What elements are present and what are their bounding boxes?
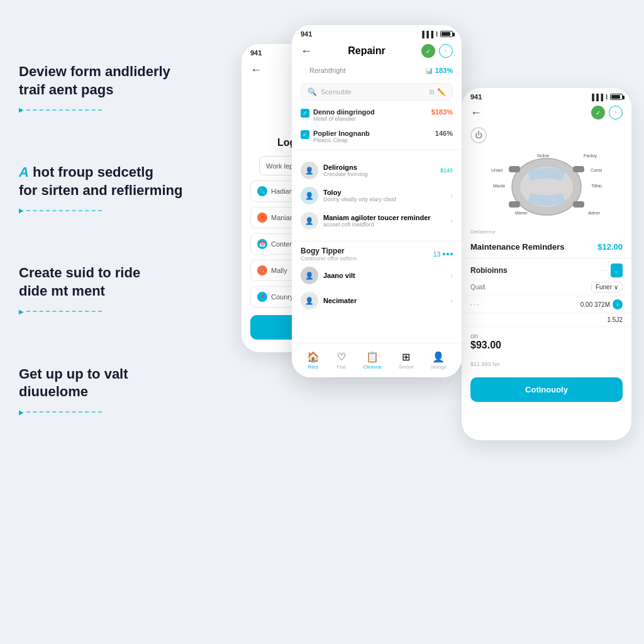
qualt-value: Funer xyxy=(596,284,612,291)
car-svg xyxy=(490,152,603,221)
message-avatar-2: 👤 xyxy=(301,187,318,204)
car-top-view-container: Nclive Factoy Unian Consl Tithio Adnor M… xyxy=(490,152,603,221)
feature-2-dashes xyxy=(19,207,233,214)
left-panel: Deview form andliderly traif aent pags A… xyxy=(19,63,233,466)
feature-4-title: Get up up to valt diuuelome xyxy=(19,365,233,401)
repair-icons: ✓ ↑ xyxy=(421,44,453,58)
detail-row-2: 1.5J2 xyxy=(462,313,631,327)
nav-home-label: Rect xyxy=(308,364,318,370)
divider-2 xyxy=(292,241,462,242)
continue-button[interactable]: Cotinouoly xyxy=(470,377,623,402)
dots-menu[interactable] xyxy=(443,253,453,255)
list-icon: 📋 xyxy=(366,351,379,363)
nav-clinical[interactable]: 📋 Clinioral xyxy=(363,351,381,370)
phone-middle-status: 941 ▐▐▐ ⌇ xyxy=(292,25,462,40)
search-actions: ⊞ ✏️ xyxy=(429,88,446,96)
divider-1 xyxy=(292,150,462,150)
field-icon-4: 🔧 xyxy=(257,265,267,275)
feature-2: A hot froup sedcetlg for sirten and refl… xyxy=(19,164,233,214)
total-sub-row: $11.993 No xyxy=(462,356,631,372)
bottom-avatar-1: 👤 xyxy=(301,267,318,284)
message-content-2: Toloy Donny vleally orty elary clisid xyxy=(323,189,445,203)
checkbox-2[interactable]: ✓ xyxy=(301,130,309,139)
phone-right: 941 ▐▐▐ ⌇ ← ✓ ↑ ⏻ xyxy=(462,88,631,440)
check-price-1: $183% xyxy=(431,108,453,116)
search-icon: 🔍 xyxy=(308,87,317,96)
repair-header: ← Repainr ✓ ↑ xyxy=(292,40,462,62)
check-title-1: Denno diingringod xyxy=(313,108,428,116)
message-text-2: Donny vleally orty elary clisid xyxy=(323,196,445,203)
stat-row: Rerahtfright 📊 183% xyxy=(292,62,462,79)
nav-frat-label: Frat xyxy=(337,364,346,370)
message-name-2: Toloy xyxy=(323,189,445,196)
field-icon-5: 📍 xyxy=(257,292,267,302)
detail-row-mileage: · · · 0.00 372M i xyxy=(462,296,631,313)
action-circle-r[interactable]: ↑ xyxy=(609,106,623,119)
total-row: on $93.00 xyxy=(462,327,631,356)
bottom-content-2: Necimater xyxy=(323,297,445,304)
repair-title: Repainr xyxy=(348,45,386,57)
field-icon-1: 🔧 xyxy=(257,186,267,196)
nav-frat[interactable]: ♡ Frat xyxy=(337,351,346,370)
power-icon[interactable]: ⏻ xyxy=(470,127,487,143)
message-avatar-3: 👤 xyxy=(301,212,318,230)
phone-middle-status-icons: ▐▐▐ ⌇ xyxy=(420,31,453,38)
phone-left-time: 941 xyxy=(250,49,262,57)
car-label-consl: Consl xyxy=(591,168,602,172)
filter-icon[interactable]: ⊞ xyxy=(429,88,435,96)
phone-right-time: 941 xyxy=(470,93,482,101)
check-price-2: 146% xyxy=(435,130,453,137)
message-content-3: Maniam agiloter toucer reminder acoset c… xyxy=(323,214,445,228)
feature-4: Get up up to valt diuuelome xyxy=(19,365,233,416)
dropdown-arrow: ∨ xyxy=(614,284,618,291)
battery-icon-r xyxy=(610,94,623,100)
phone-right-nav: ← ✓ ↑ xyxy=(462,103,631,125)
green-check-icon: ✓ xyxy=(421,44,435,58)
user-icon: 👤 xyxy=(432,351,445,363)
qualt-dropdown[interactable]: Funer ∨ xyxy=(591,282,623,292)
wifi-icon-m: ⌇ xyxy=(435,31,438,38)
message-name-3: Maniam agiloter toucer reminder xyxy=(323,214,445,221)
message-avatar-1: 👤 xyxy=(301,162,318,179)
check-item-1: ✓ Denno diingringod Melef of elansiler $… xyxy=(292,104,462,126)
header-dots-label: · · · xyxy=(601,267,609,274)
edit-icon[interactable]: ✏️ xyxy=(437,88,446,96)
maintenance-row: Maintenance Reminders $12.00 xyxy=(462,238,631,255)
back-arrow-m[interactable]: ← xyxy=(301,45,312,58)
car-label-maner: Maner xyxy=(515,211,528,215)
check-item-2: ✓ Poplier Inognanb Pleacic Cleap 146% xyxy=(292,126,462,147)
check-title-2: Poplier Inognanb xyxy=(313,130,431,137)
message-item-1[interactable]: 👤 Deliroigns Crenilate fonrving $145 xyxy=(292,158,462,183)
wifi-icon-r: ⌇ xyxy=(605,94,608,101)
svg-rect-10 xyxy=(573,201,584,208)
message-item-3[interactable]: 👤 Maniam agiloter toucer reminder acoset… xyxy=(292,208,462,233)
stat-icon: 📊 xyxy=(425,67,433,74)
nav-home[interactable]: 🏠 Rect xyxy=(307,351,319,370)
grid-icon: ⊞ xyxy=(402,351,410,363)
robioinns-title: Robioinns xyxy=(470,266,508,275)
car-diagram: Nclive Factoy Unian Consl Tithio Adnor M… xyxy=(462,146,631,228)
nav-smart[interactable]: ⊞ Smont xyxy=(399,351,413,370)
car-label-factoy: Factoy xyxy=(584,153,597,158)
back-arrow-r[interactable]: ← xyxy=(470,106,482,119)
car-label-tithio: Tithio xyxy=(591,184,602,188)
nav-storage[interactable]: 👤 Stonge xyxy=(431,351,447,370)
power-row: ⏻ xyxy=(462,125,631,146)
back-arrow-icon[interactable]: ← xyxy=(250,64,262,77)
section2-header: Bogy Tipper Contirurer offor oeltms 13 xyxy=(292,244,462,263)
bottom-name-1: Jaano vilt xyxy=(323,272,445,279)
feature-3-title: Create suid to ride dide mt ment xyxy=(19,264,233,300)
upload-icon[interactable]: ↑ xyxy=(439,44,453,58)
check-circle-r: ✓ xyxy=(591,106,605,119)
message-item-2[interactable]: 👤 Toloy Donny vleally orty elary clisid … xyxy=(292,183,462,208)
bottom-item-1[interactable]: 👤 Jaano vilt › xyxy=(292,263,462,288)
search-box[interactable]: 🔍 Scersuble ⊞ ✏️ xyxy=(301,83,453,101)
bottom-arrow-2: › xyxy=(450,296,453,305)
bottom-item-2[interactable]: 👤 Necimater › xyxy=(292,288,462,313)
stat-value: 183% xyxy=(435,67,453,74)
car-label-adnor: Adnor xyxy=(588,211,600,215)
checkbox-1[interactable]: ✓ xyxy=(301,109,309,118)
section-label: Rerahtfright xyxy=(301,64,354,77)
maintenance-title: Maintenance Reminders xyxy=(470,242,565,252)
signal-icon-r: ▐▐▐ xyxy=(590,94,603,101)
